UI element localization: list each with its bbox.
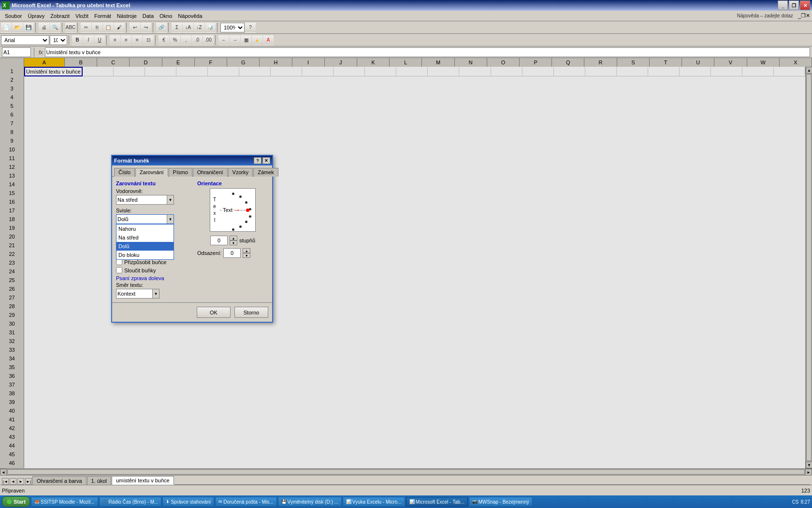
menu-zobrazit[interactable]: Zobrazit (47, 12, 72, 20)
tab-scroll-first[interactable]: |◄ (2, 478, 9, 485)
taskbar-item-4[interactable]: 💾 Vyměnitelný disk (D:) ... (278, 497, 342, 507)
orient-vertical-text-area[interactable]: T e x t (213, 194, 216, 226)
menu-soubor[interactable]: Soubor (2, 12, 25, 20)
smer-select-container[interactable]: Kontext ▼ (116, 289, 160, 299)
sheet-tab-1ukol[interactable]: 1. úkol (87, 476, 111, 485)
print-btn[interactable]: 🖨 (39, 22, 49, 33)
orient-red-dot[interactable] (246, 209, 249, 212)
minimize-button[interactable]: _ (778, 0, 788, 10)
cut-btn[interactable]: ✂ (81, 22, 91, 33)
indent-dec-btn[interactable]: ← (218, 35, 229, 45)
menu-okno[interactable]: Okno (157, 12, 175, 20)
taskbar-item-3[interactable]: ✉ Doručená pošta - Mis... (215, 497, 276, 507)
fill-color-btn[interactable]: ▲ (252, 35, 262, 45)
preview-btn[interactable]: 🔍 (50, 22, 60, 33)
tab-scroll-next[interactable]: ► (17, 478, 24, 485)
tab-cislo[interactable]: Číslo (114, 168, 135, 177)
degrees-up-btn[interactable]: ▲ (230, 236, 237, 240)
taskbar-item-6-active[interactable]: 📊 Microsoft Excel - Tab... (406, 497, 468, 507)
cancel-button[interactable]: Storno (234, 307, 268, 318)
tab-pismo[interactable]: Písmo (169, 168, 192, 177)
taskbar-item-1[interactable]: 🎵 Rádio Čas (Brno) - M... (99, 497, 162, 507)
odsazeni-down-btn[interactable]: ▼ (243, 253, 250, 258)
align-right-btn[interactable]: ≡ (132, 35, 143, 45)
odsazeni-input[interactable] (223, 248, 241, 258)
orient-horiz-text[interactable]: Text (222, 207, 233, 213)
menu-upravy[interactable]: Úpravy (25, 12, 47, 20)
indent-inc-btn[interactable]: → (230, 35, 240, 45)
zoom-select[interactable]: 100% (220, 23, 245, 32)
dialog-help-btn[interactable]: ? (254, 157, 261, 164)
odsazeni-up-btn[interactable]: ▲ (243, 248, 250, 253)
sheet-tab-umisteni[interactable]: umístění textu v buňce (112, 476, 174, 485)
taskbar-item-0[interactable]: 🦊 SSITSP Moodle - Mozil... (31, 497, 98, 507)
autosum-btn[interactable]: Σ (172, 22, 182, 33)
tab-zamek[interactable]: Zámek (253, 168, 278, 177)
tab-zarovnani[interactable]: Zarovnání (135, 168, 168, 177)
svisle-header[interactable]: Dolů ▼ (116, 214, 174, 224)
ok-button[interactable]: OK (197, 307, 231, 318)
font-name-select[interactable]: Arial (1, 35, 49, 45)
svisle-option-nahoru[interactable]: Nahoru (116, 224, 174, 233)
restore-button[interactable]: ❐ (789, 0, 799, 10)
currency-btn[interactable]: € (159, 35, 169, 45)
svisle-option-nastred[interactable]: Na střed (116, 233, 174, 242)
sheet-tab-ohraniceni[interactable]: Ohraničení a barva (32, 476, 87, 485)
underline-btn[interactable]: U (94, 35, 105, 45)
app-close-button[interactable]: ✕ (806, 13, 810, 19)
bold-btn[interactable]: B (72, 35, 83, 45)
spell-btn[interactable]: ABC (65, 22, 76, 33)
menu-nastroje[interactable]: Nástroje (114, 12, 140, 20)
undo-btn[interactable]: ↩ (130, 22, 140, 33)
sloucit-checkbox[interactable] (116, 267, 122, 273)
tab-scroll-last[interactable]: ►| (25, 478, 32, 485)
start-button[interactable]: Start (2, 496, 30, 507)
sort-asc-btn[interactable]: ↓A (183, 22, 193, 33)
paste-btn[interactable]: 📋 (103, 22, 114, 33)
menu-vlozit[interactable]: Vložit (72, 12, 91, 20)
degrees-input[interactable] (210, 236, 228, 245)
redo-btn[interactable]: ↪ (141, 22, 151, 33)
close-button[interactable]: ✕ (800, 0, 810, 10)
font-size-select[interactable]: 10 (50, 35, 67, 45)
help-btn[interactable]: ? (245, 22, 256, 33)
font-color-btn[interactable]: A (263, 35, 274, 45)
sort-desc-btn[interactable]: ↓Z (194, 22, 204, 33)
percent-btn[interactable]: % (170, 35, 180, 45)
vodorovne-arrow[interactable]: ▼ (167, 195, 174, 204)
merge-btn[interactable]: ⊡ (143, 35, 154, 45)
comma-btn[interactable]: , (181, 35, 191, 45)
taskbar-item-5[interactable]: 📊 Vyuka Excelu - Micro... (343, 497, 405, 507)
tab-ohraniceni[interactable]: Ohraničení (193, 168, 228, 177)
save-btn[interactable]: 💾 (23, 22, 34, 33)
new-btn[interactable]: 📄 (1, 22, 12, 33)
taskbar-item-2[interactable]: ⬇ Správce stahování (162, 497, 214, 507)
increase-dec-btn[interactable]: .0 (192, 35, 203, 45)
svisle-arrow-icon[interactable]: ▼ (167, 215, 174, 224)
svisle-option-dolu[interactable]: Dolů (116, 242, 174, 251)
hyperlink-btn[interactable]: 🔗 (156, 22, 167, 33)
app-restore-button[interactable]: ❐ (801, 13, 806, 19)
formula-input[interactable]: Umístění textu v buňce (45, 47, 810, 57)
menu-data[interactable]: Data (140, 12, 157, 20)
degrees-down-btn[interactable]: ▼ (230, 240, 237, 245)
decrease-dec-btn[interactable]: .00 (203, 35, 214, 45)
menu-napoveda[interactable]: Nápověda (175, 12, 205, 20)
chart-btn[interactable]: 📊 (205, 22, 216, 33)
smer-arrow-icon[interactable]: ▼ (152, 289, 159, 298)
italic-btn[interactable]: I (83, 35, 94, 45)
copy-btn[interactable]: ⎘ (92, 22, 102, 33)
align-left-btn[interactable]: ≡ (110, 35, 120, 45)
border-btn[interactable]: ▦ (241, 35, 251, 45)
orientation-box[interactable]: T e x t Text → (210, 188, 256, 232)
dialog-close-btn[interactable]: ✕ (262, 157, 270, 164)
vodorovne-select-container[interactable]: Na střed ▼ (116, 195, 174, 205)
tab-vzorky[interactable]: Vzorky (228, 168, 253, 177)
open-btn[interactable]: 📂 (12, 22, 23, 33)
svisle-option-dobloku[interactable]: Do bloku (116, 251, 174, 259)
tab-scroll-prev[interactable]: ◄ (10, 478, 16, 485)
cell-reference-box[interactable] (2, 47, 31, 57)
format-painter[interactable]: 🖌 (114, 22, 125, 33)
taskbar-item-7[interactable]: 📷 MWSnap - Bezejmenný (469, 497, 533, 507)
menu-format[interactable]: Formát (91, 12, 114, 20)
